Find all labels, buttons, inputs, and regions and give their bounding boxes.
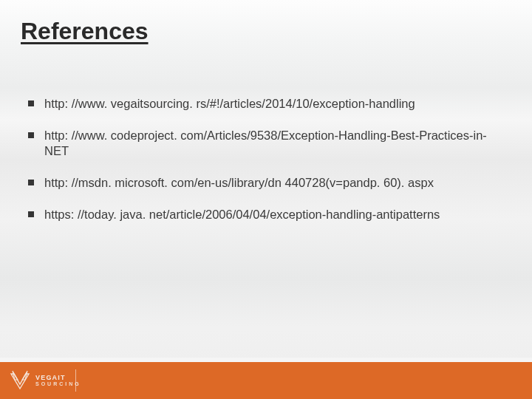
reference-text: http: //www. vegaitsourcing. rs/#!/artic… bbox=[44, 96, 415, 112]
reference-text: https: //today. java. net/article/2006/0… bbox=[44, 207, 440, 222]
bullet-icon bbox=[28, 180, 34, 185]
page-title: References bbox=[21, 18, 149, 45]
list-item: http: //www. vegaitsourcing. rs/#!/artic… bbox=[28, 96, 502, 112]
slide: References http: //www. vegaitsourcing. … bbox=[0, 0, 532, 399]
brand-name: VEGAIT bbox=[35, 375, 81, 381]
bullet-icon bbox=[28, 132, 34, 138]
list-item: https: //today. java. net/article/2006/0… bbox=[28, 207, 502, 222]
brand-logo: VEGAIT SOURCING bbox=[9, 369, 81, 392]
reference-list: http: //www. vegaitsourcing. rs/#!/artic… bbox=[28, 96, 502, 239]
reference-text: http: //msdn. microsoft. com/en-us/libra… bbox=[44, 175, 434, 191]
footer-divider bbox=[75, 369, 76, 392]
footer-bar: VEGAIT SOURCING bbox=[0, 362, 532, 399]
reference-text: http: //www. codeproject. com/Articles/9… bbox=[44, 128, 495, 159]
brand-sub: SOURCING bbox=[35, 381, 81, 386]
list-item: http: //msdn. microsoft. com/en-us/libra… bbox=[28, 175, 502, 191]
bullet-icon bbox=[28, 211, 34, 217]
bullet-icon bbox=[28, 100, 34, 106]
list-item: http: //www. codeproject. com/Articles/9… bbox=[28, 128, 502, 159]
logo-icon bbox=[9, 369, 31, 392]
brand-text: VEGAIT SOURCING bbox=[35, 375, 81, 387]
